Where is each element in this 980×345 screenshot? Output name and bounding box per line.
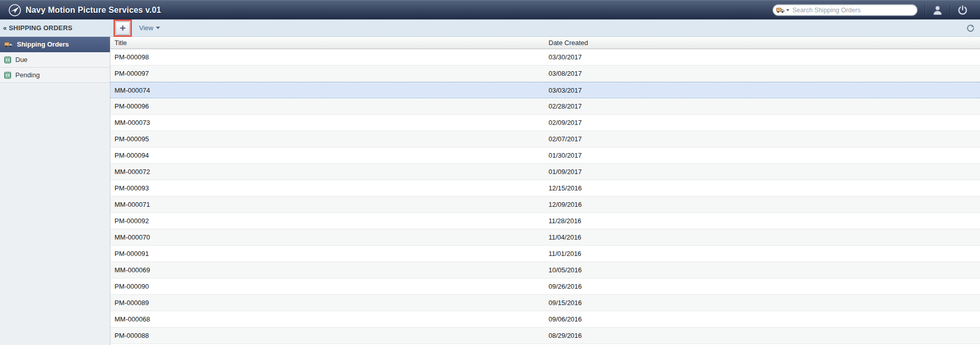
order-title-cell: MM-000070 xyxy=(110,233,544,241)
refresh-button[interactable] xyxy=(966,19,975,36)
order-date-cell: 09/15/2016 xyxy=(544,299,980,307)
search-scope-dropdown[interactable] xyxy=(776,7,789,13)
table-row[interactable]: PM-000093 12/15/2016 xyxy=(110,180,980,197)
table-row[interactable]: MM-000068 09/06/2016 xyxy=(110,311,980,328)
table-row[interactable]: PM-000098 03/30/2017 xyxy=(110,49,980,66)
table-row[interactable]: PM-000094 01/30/2017 xyxy=(110,147,980,164)
order-date-cell: 02/28/2017 xyxy=(544,102,980,110)
click-annotation-box: + xyxy=(113,19,132,37)
order-title-cell: PM-000098 xyxy=(110,53,544,61)
order-date-cell: 01/30/2017 xyxy=(544,152,980,159)
order-title-cell: PM-000096 xyxy=(110,102,544,110)
main-content: Title Date Created PM-000098 03/30/2017 … xyxy=(110,37,980,345)
user-icon xyxy=(932,5,943,16)
order-title-cell: PM-000091 xyxy=(110,250,544,257)
table-row[interactable]: PM-000095 02/07/2017 xyxy=(110,131,980,147)
table-row[interactable]: PM-000088 08/29/2016 xyxy=(110,328,980,344)
order-title-cell: PM-000088 xyxy=(110,332,544,339)
sidebar-item-label: Pending xyxy=(15,71,40,79)
toolbar: « SHIPPING ORDERS + View xyxy=(0,19,980,37)
order-title-cell: PM-000089 xyxy=(110,299,544,307)
table-row[interactable]: MM-000071 12/09/2016 xyxy=(110,197,980,213)
order-date-cell: 11/28/2016 xyxy=(544,217,980,225)
chevron-down-icon xyxy=(786,9,789,11)
logout-button[interactable] xyxy=(950,1,975,19)
order-date-cell: 03/30/2017 xyxy=(544,53,980,61)
user-account-button[interactable] xyxy=(925,1,950,19)
table-row[interactable]: PM-000097 03/08/2017 xyxy=(110,66,980,82)
order-title-cell: PM-000095 xyxy=(110,135,544,143)
sidebar-item-pending[interactable]: Pending xyxy=(0,68,110,83)
order-title-cell: MM-000073 xyxy=(110,119,544,126)
view-dropdown[interactable]: View xyxy=(139,24,160,32)
app-title: Navy Motion Picture Services v.01 xyxy=(26,6,161,15)
order-title-cell: PM-000092 xyxy=(110,217,544,225)
sidebar-item-due[interactable]: Due xyxy=(0,52,110,68)
table-row[interactable]: PM-000090 09/26/2016 xyxy=(110,278,980,295)
table-row[interactable]: PM-000091 11/01/2016 xyxy=(110,246,980,262)
table-header-row: Title Date Created xyxy=(110,37,980,49)
order-title-cell: PM-000093 xyxy=(110,184,544,192)
sidebar: Shipping Orders Due xyxy=(0,37,110,345)
table-row[interactable]: PM-000089 09/15/2016 xyxy=(110,295,980,311)
table-row[interactable]: MM-000074 03/03/2017 xyxy=(110,82,980,98)
chevron-down-icon xyxy=(156,27,160,29)
order-date-cell: 12/09/2016 xyxy=(544,201,980,208)
order-title-cell: MM-000072 xyxy=(110,168,544,176)
sidebar-collapse-header[interactable]: « SHIPPING ORDERS xyxy=(0,24,110,32)
order-date-cell: 03/08/2017 xyxy=(544,70,980,77)
order-title-cell: PM-000094 xyxy=(110,152,544,159)
table-row[interactable]: MM-000072 01/09/2017 xyxy=(110,164,980,180)
sidebar-item-shipping-orders[interactable]: Shipping Orders xyxy=(0,37,110,52)
order-table-body: PM-000098 03/30/2017 PM-000097 03/08/201… xyxy=(110,49,980,345)
search-input[interactable] xyxy=(792,7,913,14)
app-logo-icon xyxy=(8,4,21,17)
order-title-cell: PM-000090 xyxy=(110,283,544,290)
sidebar-item-label: Shipping Orders xyxy=(17,40,69,48)
order-date-cell: 03/03/2017 xyxy=(544,87,980,94)
table-row[interactable]: PM-000096 02/28/2017 xyxy=(110,98,980,115)
order-date-cell: 02/09/2017 xyxy=(544,119,980,126)
order-date-cell: 08/29/2016 xyxy=(544,332,980,339)
table-row[interactable]: MM-000073 02/09/2017 xyxy=(110,115,980,131)
order-title-cell: PM-000097 xyxy=(110,70,544,77)
app-header: Navy Motion Picture Services v.01 xyxy=(0,0,980,19)
order-title-cell: MM-000074 xyxy=(110,87,544,94)
order-date-cell: 11/04/2016 xyxy=(544,233,980,241)
add-shipping-order-button[interactable]: + xyxy=(116,21,130,35)
column-header-title[interactable]: Title xyxy=(110,37,544,49)
order-date-cell: 11/01/2016 xyxy=(544,250,980,257)
order-date-cell: 09/26/2016 xyxy=(544,283,980,290)
order-title-cell: MM-000068 xyxy=(110,315,544,323)
table-row[interactable]: PM-000092 11/28/2016 xyxy=(110,213,980,229)
search-box[interactable] xyxy=(772,4,918,16)
sidebar-empty-area xyxy=(0,83,110,345)
refresh-icon xyxy=(966,24,975,32)
view-dropdown-label: View xyxy=(139,24,153,32)
order-date-cell: 02/07/2017 xyxy=(544,135,980,143)
order-title-cell: MM-000069 xyxy=(110,266,544,274)
sidebar-item-label: Due xyxy=(15,56,28,63)
order-date-cell: 09/06/2016 xyxy=(544,315,980,323)
order-date-cell: 10/05/2016 xyxy=(544,266,980,274)
order-date-cell: 12/15/2016 xyxy=(544,184,980,192)
table-row[interactable]: MM-000070 11/04/2016 xyxy=(110,229,980,246)
truck-icon xyxy=(4,41,13,48)
column-header-date-created[interactable]: Date Created xyxy=(544,37,980,49)
order-title-cell: MM-000071 xyxy=(110,201,544,208)
truck-icon xyxy=(776,7,785,13)
power-icon xyxy=(957,5,968,16)
film-icon xyxy=(4,56,11,63)
film-icon xyxy=(4,72,11,79)
order-date-cell: 01/09/2017 xyxy=(544,168,980,176)
table-row[interactable]: MM-000069 10/05/2016 xyxy=(110,262,980,278)
sidebar-header-label: « SHIPPING ORDERS xyxy=(3,24,73,32)
